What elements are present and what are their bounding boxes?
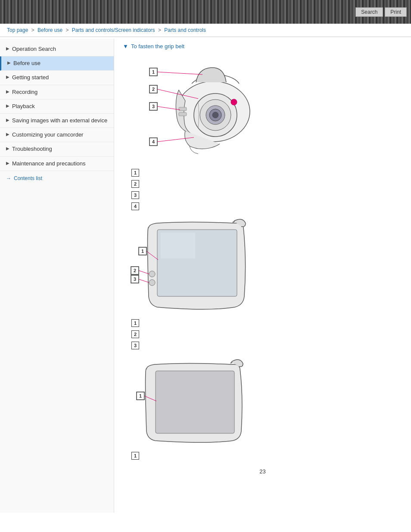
svg-text:1: 1 [139,393,142,398]
sidebar-item-playback[interactable]: Playback [0,100,114,114]
page-number-text: 23 [259,468,265,475]
sidebar-arrow-customizing [6,132,9,137]
sidebar-label-troubleshooting: Troubleshooting [12,145,109,153]
label-row-2-3: 3 [131,342,402,349]
svg-rect-34 [156,371,234,433]
print-button[interactable]: Print [385,7,407,17]
num-badge-2-3: 3 [131,342,139,349]
num-badge-2-1: 1 [131,319,139,327]
num-badge-2-2: 2 [131,330,139,338]
sidebar-arrow-operation-search [6,46,9,51]
sidebar-item-before-use[interactable]: Before use [0,56,114,71]
sidebar-label-getting-started: Getting started [12,74,109,81]
svg-rect-7 [179,107,187,111]
breadcrumb-sep-1: > [31,27,36,33]
sidebar-item-recording[interactable]: Recording [0,85,114,100]
svg-text:2: 2 [152,87,155,92]
labels-list-1: 1 2 3 4 [131,169,402,210]
svg-rect-22 [161,233,195,258]
svg-text:2: 2 [134,268,136,273]
diagram-1-container: 1 2 3 4 [123,56,402,160]
breadcrumb-parts-controls-screen[interactable]: Parts and controls/Screen indicators [72,27,155,33]
svg-text:4: 4 [152,139,155,144]
num-badge-3-1: 1 [131,452,139,460]
label-row-3-1: 1 [131,452,402,460]
section-title-text: To fasten the grip belt [131,43,184,50]
sidebar-arrow-saving-images [6,118,9,122]
sidebar-item-customizing[interactable]: Customizing your camcorder [0,128,114,142]
num-badge-1-2: 2 [131,180,139,188]
diagram-3-container: 1 [123,358,402,443]
label-row-2-1: 1 [131,319,402,327]
sidebar-arrow-before-use [7,60,11,65]
svg-text:1: 1 [141,249,144,254]
sidebar-label-operation-search: Operation Search [12,45,109,53]
diagram-2-container: 1 2 3 [123,219,402,311]
content-area: ▼ To fasten the grip belt [114,39,411,513]
contents-list-link[interactable]: → Contents list [0,171,114,186]
sidebar-label-playback: Playback [12,103,109,110]
label-row-2-2: 2 [131,330,402,338]
header-buttons: Search Print [355,7,407,17]
page-number: 23 [123,468,402,483]
svg-point-26 [149,271,155,277]
breadcrumb-before-use[interactable]: Before use [37,27,62,33]
svg-point-5 [212,112,218,118]
svg-line-31 [139,279,149,283]
label-row-1-3: 3 [131,191,402,199]
svg-line-28 [139,271,149,274]
svg-point-27 [149,280,155,286]
sidebar-arrow-getting-started [6,75,9,79]
contents-list-arrow-icon: → [6,175,11,181]
labels-list-2: 1 2 3 [131,319,402,349]
lcd-closed-diagram-svg: 1 [123,358,256,442]
header-bar: Search Print [0,0,411,24]
breadcrumb-sep-3: > [158,27,162,33]
sidebar-label-saving-images: Saving images with an external device [12,117,109,124]
sidebar-label-customizing: Customizing your camcorder [12,131,109,139]
svg-text:1: 1 [152,69,155,75]
contents-list-label: Contents list [14,175,42,181]
num-badge-1-4: 4 [131,202,139,210]
svg-line-9 [157,72,202,75]
search-button[interactable]: Search [355,7,383,17]
sidebar-arrow-recording [6,89,9,94]
svg-text:3: 3 [134,277,136,282]
sidebar-arrow-playback [6,103,9,108]
label-row-1-4: 4 [131,202,402,210]
section-title: ▼ To fasten the grip belt [123,43,402,50]
sidebar: Operation Search Before use Getting star… [0,39,114,513]
labels-list-3: 1 [131,452,402,460]
num-badge-1-1: 1 [131,169,139,177]
camcorder-diagram-svg: 1 2 3 4 [123,56,278,159]
svg-text:3: 3 [152,104,155,109]
svg-point-6 [231,99,237,105]
main-layout: Operation Search Before use Getting star… [0,39,411,513]
num-badge-1-3: 3 [131,191,139,199]
breadcrumb-top[interactable]: Top page [7,27,28,33]
sidebar-item-operation-search[interactable]: Operation Search [0,42,114,56]
sidebar-label-maintenance: Maintenance and precautions [12,160,109,168]
sidebar-arrow-troubleshooting [6,146,9,151]
sidebar-label-before-use: Before use [13,59,109,67]
svg-rect-8 [179,112,187,116]
lcd-diagram-svg: 1 2 3 [123,219,261,309]
sidebar-item-saving-images[interactable]: Saving images with an external device [0,114,114,128]
sidebar-item-troubleshooting[interactable]: Troubleshooting [0,142,114,156]
breadcrumb-parts-controls[interactable]: Parts and controls [164,27,206,33]
sidebar-item-getting-started[interactable]: Getting started [0,71,114,85]
breadcrumb-sep-2: > [65,27,70,33]
sidebar-label-recording: Recording [12,88,109,96]
breadcrumb: Top page > Before use > Parts and contro… [0,24,411,37]
sidebar-item-maintenance[interactable]: Maintenance and precautions [0,157,114,171]
label-row-1-2: 2 [131,180,402,188]
sidebar-arrow-maintenance [6,161,9,165]
section-title-arrow-icon: ▼ [123,43,128,50]
label-row-1-1: 1 [131,169,402,177]
